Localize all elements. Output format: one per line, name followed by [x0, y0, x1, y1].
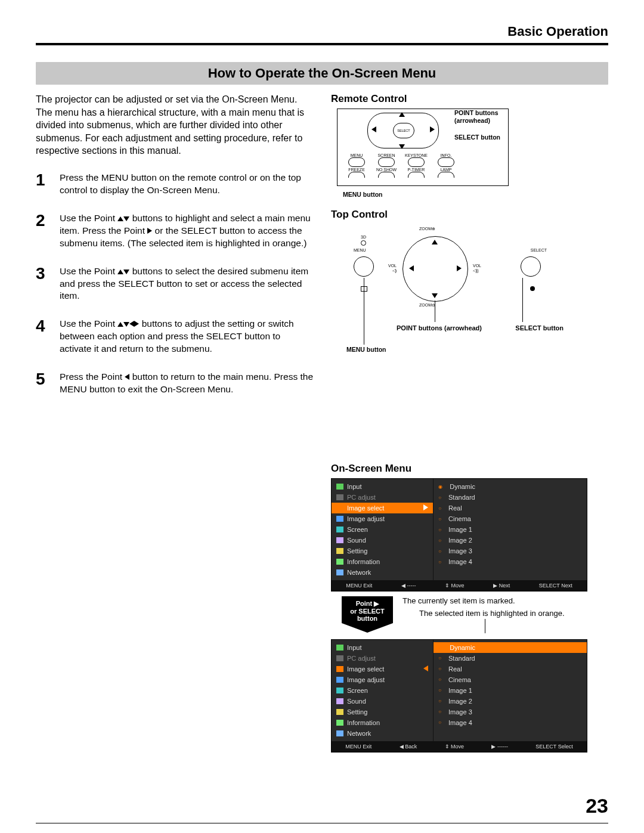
step-4: 4 Use the Point buttons to adjust the se…: [36, 318, 313, 355]
page-number: 23: [586, 794, 608, 817]
top-control-heading: Top Control: [331, 209, 608, 221]
point-or-select-arrow: Point ▶ or SELECT button: [342, 596, 393, 623]
point-right-icon: [430, 126, 435, 132]
point-left-icon: [409, 265, 414, 271]
point-up-icon: [432, 240, 438, 244]
section-title: How to Operate the On-Screen Menu: [36, 62, 608, 85]
top-menu-callout: MENU button: [346, 346, 386, 353]
header-rule: [36, 43, 608, 45]
osm-heading: On-Screen Menu: [331, 463, 608, 475]
select-button: SELECT: [393, 123, 414, 138]
top-menu-button: [354, 256, 374, 277]
remote-point-callout: POINT buttons (arrowhead): [454, 109, 508, 124]
osm-screenshot-2: InputPC adjustImage selectImage adjustSc…: [331, 639, 587, 753]
intro-paragraph: The projector can be adjusted or set via…: [36, 93, 313, 157]
instructions-column: The projector can be adjusted or set via…: [36, 93, 313, 753]
remote-select-callout: SELECT button: [454, 134, 508, 141]
footer-rule: [36, 823, 608, 823]
top-point-callout: POINT buttons (arrowhead): [397, 324, 482, 332]
step-number: 4: [36, 318, 51, 355]
step-text: Use the Point buttons to highlight and s…: [60, 212, 313, 250]
step-text: Use the Point buttons to adjust the sett…: [60, 318, 313, 355]
figures-column: Remote Control SELECT MENU SCREEN KEYSTO…: [331, 93, 608, 753]
header-section-title: Basic Operation: [36, 24, 608, 39]
step-text: Use the Point buttons to select the desi…: [60, 265, 313, 303]
note-selected: The selected item is highlighted in oran…: [419, 609, 565, 619]
step-3: 3 Use the Point buttons to select the de…: [36, 265, 313, 303]
step-number: 2: [36, 212, 51, 250]
top-control-diagram: 3D ZOOM⊕ MENU SELECT VOL◁) VOL◁)) ZOOM⊖: [337, 224, 564, 314]
note-marked: The currently set item is marked.: [402, 596, 565, 606]
osm-screenshot-1: InputPC adjustImage selectImage adjustSc…: [331, 478, 587, 592]
step-2: 2 Use the Point buttons to highlight and…: [36, 212, 313, 250]
step-number: 3: [36, 265, 51, 303]
point-right-icon: [457, 265, 462, 271]
step-5: 5 Press the Point button to return to th…: [36, 371, 313, 396]
point-left-icon: [371, 126, 376, 132]
remote-control-diagram: SELECT MENU SCREEN KEYSTONE INFO. FREEZE…: [337, 109, 509, 186]
remote-control-heading: Remote Control: [331, 93, 608, 105]
point-up-icon: [399, 112, 405, 117]
top-select-callout: SELECT button: [515, 324, 564, 332]
point-down-icon: [399, 144, 405, 149]
point-down-icon: [432, 293, 438, 298]
step-text: Press the Point button to return to the …: [60, 371, 313, 396]
remote-menu-callout: MENU button: [343, 191, 608, 198]
step-number: 1: [36, 172, 51, 197]
step-1: 1 Press the MENU button on the remote co…: [36, 172, 313, 197]
step-number: 5: [36, 371, 51, 396]
top-select-button: [521, 256, 541, 277]
step-text: Press the MENU button on the remote cont…: [60, 172, 313, 197]
